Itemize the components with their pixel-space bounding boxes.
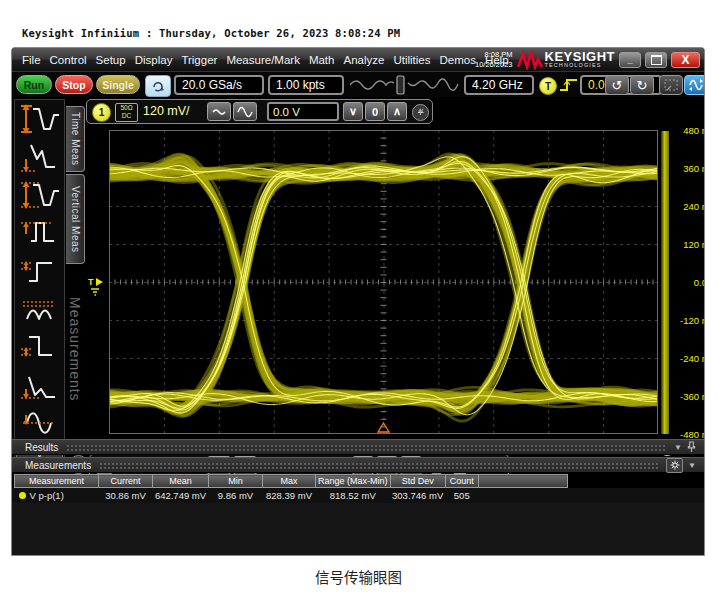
screenshot-stage: Keysight Infiniium : Thursday, October 2… — [0, 0, 717, 604]
desktop-title-text: Keysight Infiniium : Thursday, October 2… — [22, 27, 400, 39]
menu-demos[interactable]: Demos — [435, 54, 479, 66]
measurements-dropdown-icon[interactable]: ▼ — [688, 461, 696, 470]
measurements-panel-header[interactable]: Measurements ▼ — [12, 457, 704, 473]
figure-caption: 信号传输眼图 — [0, 566, 717, 587]
column-header-current[interactable]: Current — [99, 475, 153, 488]
y-axis-label: 0.0 V — [672, 277, 705, 288]
redo-button[interactable]: ↻ — [630, 75, 654, 95]
y-axis-label: 240 mV — [672, 201, 705, 212]
measurements-settings-button[interactable] — [666, 458, 683, 473]
zoom-region-button[interactable] — [659, 75, 683, 95]
acquisition-toolbar: Run Stop Single 20.0 GSa/s 1.00 kpts 4.2… — [12, 71, 704, 98]
v-p-p-measurement-icon[interactable] — [15, 100, 62, 138]
oscilloscope-window: FileControlSetupDisplayTriggerMeasure/Ma… — [11, 47, 705, 556]
clock-time: 8:08 PM — [475, 50, 513, 59]
v-lower-measurement-icon[interactable] — [15, 328, 62, 366]
channel-toolbar-collapse[interactable]: « — [418, 104, 424, 116]
results-panel-header[interactable]: Results ▼ — [12, 439, 704, 455]
menu-control[interactable]: Control — [46, 54, 91, 66]
results-dots-texture — [66, 444, 666, 451]
column-header-std-dev[interactable]: Std Dev — [390, 475, 445, 488]
maximize-button[interactable] — [645, 52, 667, 68]
y-axis-label: 120 mV — [672, 239, 705, 250]
column-header-mean[interactable]: Mean — [153, 475, 209, 488]
channel1-badge[interactable]: 1 — [92, 103, 111, 122]
trigger-source-badge[interactable]: T — [539, 77, 557, 95]
bandwidth-slider[interactable] — [350, 75, 460, 95]
clock-date: 10/26/2023 — [475, 60, 513, 69]
column-header-range-max-min-[interactable]: Range (Max-Min) — [316, 475, 391, 488]
menu-setup[interactable]: Setup — [92, 54, 130, 66]
menu-analyze[interactable]: Analyze — [339, 54, 388, 66]
offset-down-button[interactable]: ∨ — [343, 102, 363, 121]
bandwidth-field[interactable]: 4.20 GHz — [464, 75, 534, 95]
impedance-label: 50Ω — [116, 104, 137, 112]
column-header-measurement[interactable]: Measurement — [15, 475, 99, 488]
offset-up-button[interactable]: ∧ — [387, 102, 407, 121]
stop-button[interactable]: Stop — [55, 75, 93, 94]
menu-items: FileControlSetupDisplayTriggerMeasure/Ma… — [18, 54, 513, 66]
y-axis-label: 480 mV — [672, 125, 705, 136]
vertical-scale-value[interactable]: 120 mV/ — [143, 104, 190, 118]
display-area: ∨ Time Meas Vertical Meas Measurements «… — [12, 97, 704, 488]
auto-scale-button[interactable] — [145, 75, 171, 97]
v-middle-measurement-icon[interactable] — [15, 290, 62, 328]
y-axis-label: 360 mV — [672, 163, 705, 174]
measurements-panel-label: Measurements — [67, 297, 83, 402]
results-dropdown-icon[interactable]: ▼ — [674, 443, 682, 452]
undo-button[interactable]: ↺ — [605, 75, 629, 95]
tab-time-meas[interactable]: Time Meas — [66, 106, 85, 172]
trigger-level-marker[interactable]: T — [87, 276, 109, 298]
column-header-count[interactable]: Count — [445, 475, 478, 488]
menu-display[interactable]: Display — [131, 54, 177, 66]
table-empty-area — [12, 503, 704, 556]
column-header-filler[interactable] — [478, 475, 567, 488]
vertical-offset-field[interactable]: 0.0 V — [267, 102, 339, 121]
eye-diagram-canvas[interactable] — [109, 130, 658, 434]
trigger-marker-letter: T — [88, 277, 94, 287]
sample-rate-field[interactable]: 20.0 GSa/s — [174, 75, 264, 95]
run-button[interactable]: Run — [16, 75, 52, 94]
measurement-value: 818.52 mV — [316, 488, 391, 504]
close-button[interactable]: X — [671, 52, 700, 68]
v-amplitude-measurement-icon[interactable] — [15, 176, 62, 214]
menu-utilities[interactable]: Utilities — [389, 54, 434, 66]
single-button[interactable]: Single — [96, 75, 140, 94]
impedance-coupling-badge[interactable]: 50Ω DC — [115, 103, 138, 122]
waveform-plot[interactable] — [109, 130, 658, 434]
menu-math[interactable]: Math — [305, 54, 339, 66]
scale-increase-button[interactable] — [233, 102, 257, 121]
tab-vertical-meas[interactable]: Vertical Meas — [66, 174, 85, 264]
menu-measure-mark[interactable]: Measure/Mark — [222, 54, 304, 66]
v-top-measurement-icon[interactable] — [15, 214, 62, 252]
memory-depth-field[interactable]: 1.00 kpts — [268, 75, 344, 95]
small-sine-icon — [212, 107, 226, 117]
v-min-measurement-icon[interactable] — [15, 366, 62, 404]
v-base-measurement-icon[interactable] — [15, 138, 62, 176]
measurement-value: 9.86 mV — [209, 488, 263, 504]
pin-icon[interactable] — [687, 441, 696, 453]
measurement-value: 828.39 mV — [263, 488, 316, 504]
menu-trigger[interactable]: Trigger — [177, 54, 221, 66]
rising-edge-icon[interactable] — [559, 76, 579, 94]
measurement-icon-column — [14, 99, 65, 467]
measurement-row[interactable]: V p-p(1)30.86 mV642.749 mV9.86 mV828.39 … — [15, 488, 568, 504]
maximize-icon — [651, 55, 662, 65]
measurements-title: Measurements — [25, 460, 91, 471]
measurement-name: V p-p(1) — [15, 488, 99, 504]
column-header-max[interactable]: Max — [263, 475, 316, 488]
minimize-button[interactable]: _ — [619, 52, 641, 68]
offset-zero-button[interactable]: 0 — [365, 102, 385, 121]
v-upper-measurement-icon[interactable] — [15, 252, 62, 290]
scale-decrease-button[interactable] — [207, 102, 231, 121]
y-axis-label: -360 mV — [672, 391, 705, 402]
channel-scale-bar — [661, 131, 669, 434]
touch-gesture-button[interactable] — [684, 75, 705, 95]
measurement-value: 30.86 mV — [99, 488, 153, 504]
channel1-toolbar: 1 50Ω DC 120 mV/ 0.0 V ∨ 0 ∧ + « — [86, 99, 433, 124]
column-header-min[interactable]: Min — [209, 475, 263, 488]
row-filler — [478, 488, 567, 504]
v-rms-ac-measurement-icon[interactable] — [15, 404, 62, 442]
brand-subtitle: TECHNOLOGIES — [545, 63, 615, 69]
menu-file[interactable]: File — [18, 54, 45, 66]
